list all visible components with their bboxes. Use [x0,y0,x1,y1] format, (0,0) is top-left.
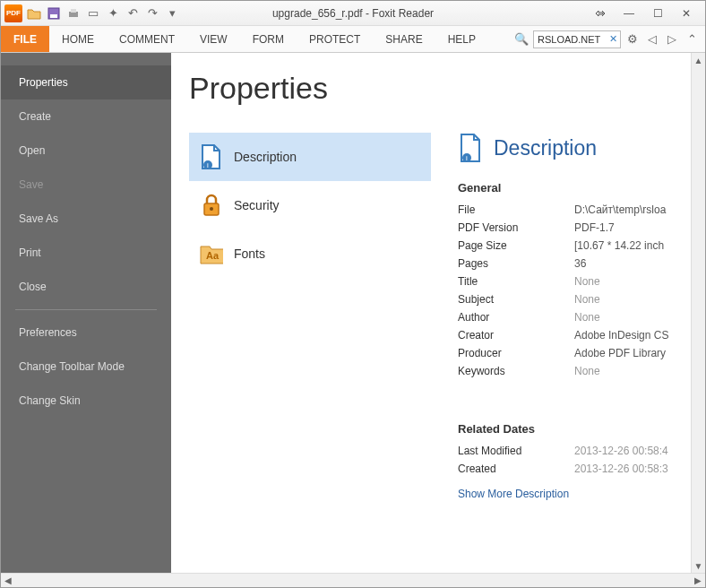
window-controls: — ☐ ✕ [590,5,705,22]
scroll-down-icon[interactable]: ▼ [692,558,705,573]
svg-rect-1 [50,14,57,18]
sidebar-item-preferences[interactable]: Preferences [1,316,171,350]
property-row: KeywordsNone [458,365,705,377]
nav-item-description[interactable]: iDescription [189,133,431,181]
tab-protect[interactable]: PROTECT [297,26,373,52]
prev-icon[interactable]: ◁ [644,31,660,48]
property-key: Producer [458,347,574,359]
star-icon[interactable]: ✦ [105,5,121,22]
minimize-button[interactable]: — [619,5,639,22]
svg-text:i: i [466,154,468,162]
new-icon[interactable]: ▭ [85,5,101,22]
property-key: Author [458,311,574,324]
vertical-scrollbar[interactable]: ▲ ▼ [691,53,705,573]
tab-form[interactable]: FORM [240,26,297,52]
nav-item-label: Security [234,198,280,212]
tab-file[interactable]: FILE [1,26,49,52]
search-box[interactable]: ✕ [533,30,621,48]
svg-point-7 [210,207,213,211]
tab-home[interactable]: HOME [49,26,107,52]
property-row: Created2013-12-26 00:58:3 [458,463,705,475]
restore-icon[interactable] [590,5,610,22]
scroll-right-icon[interactable]: ▶ [691,575,705,585]
qat-dropdown-icon[interactable]: ▾ [164,5,180,22]
sidebar-item-properties[interactable]: Properties [1,65,171,99]
property-key: Subject [458,293,574,306]
property-row: PDF VersionPDF-1.7 [458,221,705,234]
tab-share[interactable]: SHARE [373,26,435,52]
property-row: ProducerAdobe PDF Library [458,347,705,359]
tab-comment[interactable]: COMMENT [107,26,187,52]
property-row: TitleNone [458,275,705,288]
property-value: 36 [574,257,586,270]
content-area: PropertiesCreateOpenSaveSave AsPrintClos… [1,53,705,573]
description-details: i Description General FileD:\Сайт\temp\r… [458,133,705,500]
sidebar-item-open[interactable]: Open [1,134,171,168]
property-row: Last Modified2013-12-26 00:58:4 [458,445,705,457]
properties-nav: iDescriptionSecurityAaFonts [189,133,431,500]
property-row: Pages36 [458,257,705,270]
sidebar-item-save-as[interactable]: Save As [1,202,171,236]
ribbon: FILEHOMECOMMENTVIEWFORMPROTECTSHAREHELP … [1,26,705,53]
property-key: Pages [458,257,574,270]
redo-icon[interactable]: ↷ [144,5,160,22]
property-value: 2013-12-26 00:58:3 [574,463,668,475]
property-key: Page Size [458,239,574,252]
sidebar-divider [15,309,157,310]
security-icon [200,194,223,217]
window-title: upgrade_656_r.pdf - Foxit Reader [272,7,434,20]
description-icon: i [200,145,223,169]
sidebar-item-create[interactable]: Create [1,99,171,134]
property-value: Adobe PDF Library [574,347,666,359]
open-icon[interactable] [26,5,42,22]
property-value: D:\Сайт\temp\rsloa [574,203,666,216]
property-key: Creator [458,329,574,342]
print-icon[interactable] [65,5,82,22]
sidebar-item-save: Save [1,168,171,202]
property-key: Created [458,463,574,475]
property-value: None [574,275,600,288]
undo-icon[interactable]: ↶ [125,5,141,22]
maximize-button[interactable]: ☐ [648,5,667,22]
fonts-icon: Aa [200,242,223,265]
next-icon[interactable]: ▷ [664,31,680,48]
sidebar-item-change-skin[interactable]: Change Skin [1,384,171,418]
nav-item-fonts[interactable]: AaFonts [189,229,431,278]
property-value: Adobe InDesign CS [574,329,668,342]
save-icon[interactable] [46,5,62,22]
svg-text:i: i [207,161,209,169]
scroll-track[interactable] [15,574,691,587]
svg-text:Aa: Aa [206,250,220,261]
property-value: None [574,311,600,324]
property-value: PDF-1.7 [574,221,615,234]
tab-help[interactable]: HELP [435,26,488,52]
property-row: Page Size[10.67 * 14.22 inch [458,239,705,252]
find-icon[interactable]: 🔍 [513,31,530,48]
ribbon-tools: 🔍 ✕ ⚙ ◁ ▷ ⌃ [513,26,705,52]
search-input[interactable] [534,34,606,45]
property-row: FileD:\Сайт\temp\rsloa [458,203,705,216]
property-key: File [458,203,574,216]
sidebar-item-change-toolbar-mode[interactable]: Change Toolbar Mode [1,350,171,384]
show-more-link[interactable]: Show More Description [458,488,705,500]
sidebar-item-print[interactable]: Print [1,236,171,270]
property-key: Title [458,275,574,288]
scroll-up-icon[interactable]: ▲ [692,53,705,67]
property-row: CreatorAdobe InDesign CS [458,329,705,342]
property-row: SubjectNone [458,293,705,306]
collapse-ribbon-icon[interactable]: ⌃ [684,31,700,48]
nav-item-security[interactable]: Security [189,181,431,229]
quick-access-toolbar: PDF ▭ ✦ ↶ ↷ ▾ [1,4,180,22]
property-key: Keywords [458,365,574,377]
property-value: None [574,365,600,377]
sidebar-item-close[interactable]: Close [1,270,171,304]
nav-item-label: Fonts [234,246,265,261]
property-value: [10.67 * 14.22 inch [574,239,664,252]
property-value: 2013-12-26 00:58:4 [574,445,668,457]
close-button[interactable]: ✕ [676,5,696,22]
scroll-left-icon[interactable]: ◀ [1,575,15,585]
horizontal-scrollbar[interactable]: ◀ ▶ [1,573,705,587]
search-clear-icon[interactable]: ✕ [606,33,620,45]
gear-icon[interactable]: ⚙ [624,31,641,48]
tab-view[interactable]: VIEW [187,26,240,52]
